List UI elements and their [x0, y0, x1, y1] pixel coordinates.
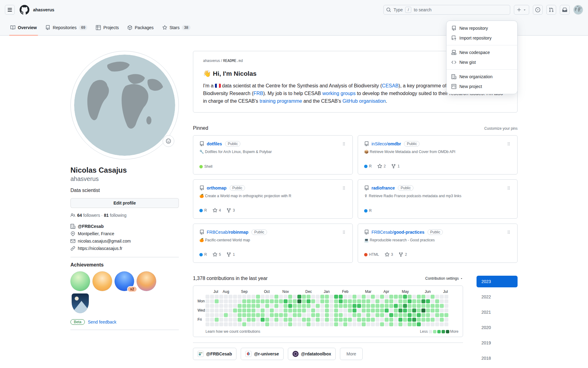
contribution-day-cell[interactable]	[307, 304, 311, 308]
contribution-day-cell[interactable]	[302, 309, 306, 312]
profile-detail-link[interactable]: https://nicolascasajus.fr	[70, 245, 179, 252]
contribution-day-cell[interactable]	[279, 313, 283, 317]
contribution-day-cell[interactable]	[389, 295, 393, 299]
contribution-day-cell[interactable]	[435, 322, 439, 326]
contribution-day-cell[interactable]	[307, 318, 311, 322]
contribution-day-cell[interactable]	[316, 299, 320, 303]
contribution-day-cell[interactable]	[417, 318, 421, 322]
contribution-day-cell[interactable]	[265, 313, 269, 317]
contribution-day-cell[interactable]	[288, 295, 292, 299]
contribution-day-cell[interactable]	[408, 322, 412, 326]
contribution-day-cell[interactable]	[431, 299, 435, 303]
hamburger-menu-button[interactable]	[5, 5, 15, 15]
contribution-day-cell[interactable]	[274, 322, 278, 326]
contribution-day-cell[interactable]	[394, 313, 398, 317]
contribution-day-cell[interactable]	[394, 304, 398, 308]
contribution-day-cell[interactable]	[247, 299, 251, 303]
contribution-day-cell[interactable]	[348, 304, 352, 308]
contribution-day-cell[interactable]	[307, 309, 311, 312]
contribution-day-cell[interactable]	[320, 295, 324, 299]
contribution-day-cell[interactable]	[371, 322, 375, 326]
contribution-day-cell[interactable]	[385, 295, 389, 299]
contribution-day-cell[interactable]	[357, 313, 361, 317]
contribution-day-cell[interactable]	[380, 299, 384, 303]
contribution-day-cell[interactable]	[380, 313, 384, 317]
contribution-day-cell[interactable]	[444, 318, 448, 322]
contribution-day-cell[interactable]	[228, 304, 232, 308]
contribution-day-cell[interactable]	[210, 318, 214, 322]
contribution-day-cell[interactable]	[362, 313, 366, 317]
contribution-day-cell[interactable]	[380, 295, 384, 299]
contribution-day-cell[interactable]	[256, 309, 260, 312]
contribution-day-cell[interactable]	[274, 313, 278, 317]
contribution-day-cell[interactable]	[334, 299, 338, 303]
contribution-day-cell[interactable]	[339, 295, 343, 299]
contribution-day-cell[interactable]	[352, 299, 356, 303]
contribution-day-cell[interactable]	[265, 309, 269, 312]
contribution-day-cell[interactable]	[348, 313, 352, 317]
contribution-day-cell[interactable]	[339, 322, 343, 326]
contribution-day-cell[interactable]	[394, 295, 398, 299]
contribution-day-cell[interactable]	[334, 309, 338, 312]
contribution-day-cell[interactable]	[219, 304, 223, 308]
search-input[interactable]: Type / to search	[383, 5, 510, 15]
contribution-day-cell[interactable]	[279, 309, 283, 312]
send-feedback-link[interactable]: Send feedback	[88, 320, 116, 324]
contribution-day-cell[interactable]	[251, 313, 255, 317]
contribution-day-cell[interactable]	[320, 299, 324, 303]
contribution-day-cell[interactable]	[215, 318, 219, 322]
contribution-day-cell[interactable]	[251, 309, 255, 312]
contribution-day-cell[interactable]	[311, 322, 315, 326]
contribution-day-cell[interactable]	[297, 304, 301, 308]
contribution-day-cell[interactable]	[247, 322, 251, 326]
contribution-day-cell[interactable]	[284, 299, 288, 303]
repo-forks[interactable]: 1	[226, 252, 235, 257]
contribution-day-cell[interactable]	[352, 313, 356, 317]
issues-button[interactable]	[533, 5, 543, 15]
contribution-day-cell[interactable]	[348, 295, 352, 299]
contribution-day-cell[interactable]	[256, 322, 260, 326]
contribution-day-cell[interactable]	[256, 318, 260, 322]
contribution-day-cell[interactable]	[205, 309, 209, 312]
contribution-day-cell[interactable]	[403, 313, 407, 317]
year-2019[interactable]: 2019	[477, 337, 518, 349]
contribution-day-cell[interactable]	[302, 295, 306, 299]
contribution-day-cell[interactable]	[417, 313, 421, 317]
contribution-day-cell[interactable]	[343, 309, 347, 312]
contribution-day-cell[interactable]	[238, 318, 242, 322]
tab-repositories[interactable]: Repositories 69	[42, 20, 90, 35]
contribution-day-cell[interactable]	[366, 318, 370, 322]
contribution-day-cell[interactable]	[210, 322, 214, 326]
contribution-day-cell[interactable]	[247, 309, 251, 312]
contribution-day-cell[interactable]	[431, 318, 435, 322]
readme-link[interactable]: training programme	[259, 98, 302, 104]
contribution-day-cell[interactable]	[394, 299, 398, 303]
contribution-day-cell[interactable]	[371, 299, 375, 303]
contribution-day-cell[interactable]	[256, 313, 260, 317]
contribution-day-cell[interactable]	[417, 304, 421, 308]
contribution-day-cell[interactable]	[284, 309, 288, 312]
contribution-day-cell[interactable]	[408, 309, 412, 312]
contribution-day-cell[interactable]	[284, 313, 288, 317]
contribution-day-cell[interactable]	[311, 304, 315, 308]
contribution-day-cell[interactable]	[408, 304, 412, 308]
org-filter-r-universe[interactable]: @r-universe	[241, 348, 283, 360]
contribution-day-cell[interactable]	[261, 304, 265, 308]
contribution-day-cell[interactable]	[256, 295, 260, 299]
contribution-day-cell[interactable]	[444, 299, 448, 303]
contribution-day-cell[interactable]	[366, 299, 370, 303]
contribution-day-cell[interactable]	[421, 318, 425, 322]
contribution-day-cell[interactable]	[362, 322, 366, 326]
drag-grabber-icon[interactable]	[506, 230, 511, 235]
contribution-day-cell[interactable]	[408, 318, 412, 322]
contribution-day-cell[interactable]	[389, 322, 393, 326]
customize-pins-link[interactable]: Customize your pins	[484, 126, 518, 131]
readme-link[interactable]: working groups	[322, 91, 356, 96]
contribution-day-cell[interactable]	[238, 322, 242, 326]
contribution-day-cell[interactable]	[325, 309, 329, 312]
contribution-day-cell[interactable]	[270, 309, 274, 312]
contribution-day-cell[interactable]	[371, 309, 375, 312]
contribution-day-cell[interactable]	[247, 295, 251, 299]
contribution-day-cell[interactable]	[297, 299, 301, 303]
repo-stars[interactable]: 2	[377, 164, 386, 169]
